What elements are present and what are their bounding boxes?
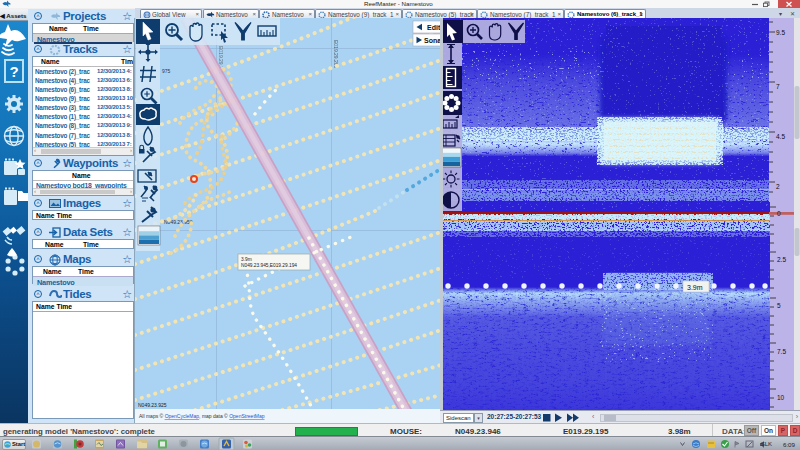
svg-text:975: 975 [162,68,171,74]
svg-text:All maps © OpenCycleMap, map d: All maps © OpenCycleMap, map data © Open… [139,413,265,419]
svg-text:2.5: 2.5 [777,256,786,263]
svg-text:3.9m: 3.9m [687,284,703,291]
svg-text:0: 0 [777,210,781,217]
svg-text:3.9m: 3.9m [241,257,252,262]
svg-text:4.5: 4.5 [776,133,785,140]
svg-text:10: 10 [777,394,785,401]
svg-text:7: 7 [776,83,780,90]
svg-text:N049.23.925: N049.23.925 [138,402,167,408]
svg-text:?: ? [9,63,18,80]
svg-text:Edit: Edit [427,24,440,31]
svg-text:9.5: 9.5 [776,29,785,36]
svg-text:5: 5 [777,302,781,309]
svg-text:Sonar: Sonar [424,37,440,44]
svg-text:2: 2 [776,183,780,190]
svg-text:7.5: 7.5 [777,348,786,355]
svg-text:N049.23.945,E019.29.194: N049.23.945,E019.29.194 [241,263,297,268]
